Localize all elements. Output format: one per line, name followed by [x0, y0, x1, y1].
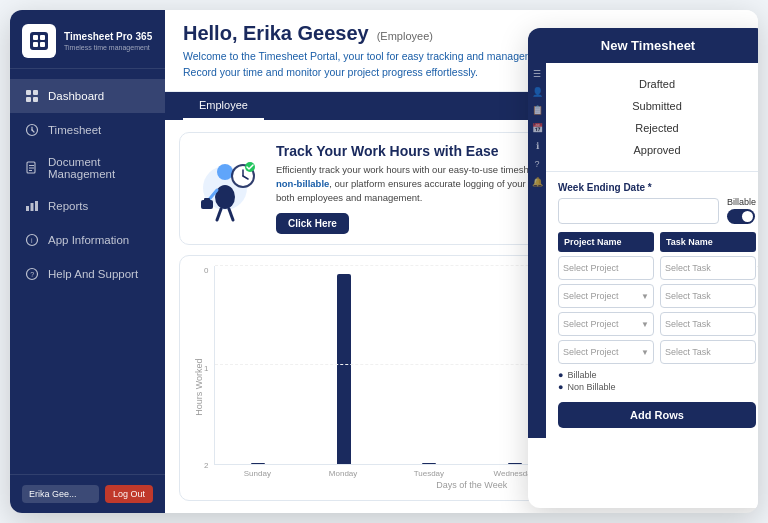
app-logo-icon	[22, 24, 56, 58]
panel-side-icon-5[interactable]: ℹ	[536, 141, 539, 151]
status-approved: Approved	[546, 139, 758, 161]
status-drafted: Drafted	[546, 73, 758, 95]
svg-rect-7	[26, 97, 31, 102]
non-billable-option-label: Non Billable	[567, 382, 615, 392]
week-ending-label: Week Ending Date *	[558, 182, 756, 193]
x-label-sunday: Sunday	[214, 469, 300, 478]
svg-rect-32	[201, 200, 213, 209]
select-project-2[interactable]: Select Project ▼	[558, 284, 654, 308]
info-icon: i	[24, 232, 40, 248]
sidebar-item-dashboard[interactable]: Dashboard	[10, 79, 165, 113]
select-task-4[interactable]: Select Task	[660, 340, 756, 364]
table-row-1: Select Project ▼ Select Task	[558, 256, 756, 280]
x-label-monday: Monday	[300, 469, 386, 478]
svg-point-25	[215, 185, 235, 209]
sidebar-item-reports[interactable]: Reports	[10, 189, 165, 223]
header-greeting: Hello, Erika Geesey	[183, 22, 369, 45]
svg-rect-4	[40, 42, 45, 47]
table-row-2: Select Project ▼ Select Task	[558, 284, 756, 308]
billable-option: ● Billable	[558, 370, 756, 380]
bar-group-tuesday	[387, 270, 473, 464]
y-axis-title: Hours Worked	[194, 266, 204, 490]
sidebar-footer: Erika Gee... Log Out	[10, 474, 165, 513]
grid-icon	[24, 88, 40, 104]
billable-option-label: Billable	[567, 370, 596, 380]
promo-cta-button[interactable]: Click Here	[276, 213, 349, 234]
tab-employee[interactable]: Employee	[183, 92, 264, 120]
logout-button[interactable]: Log Out	[105, 485, 153, 503]
bar-monday	[337, 274, 351, 464]
svg-rect-0	[30, 32, 48, 50]
app-name: Timesheet Pro 365	[64, 31, 152, 43]
svg-rect-1	[33, 35, 38, 40]
panel-side-icon-7[interactable]: 🔔	[532, 177, 543, 187]
svg-rect-8	[33, 97, 38, 102]
svg-rect-2	[40, 35, 45, 40]
panel-side-icon-3[interactable]: 📋	[532, 105, 543, 115]
y-label-1: 1	[204, 364, 208, 373]
bar-group-sunday	[215, 270, 301, 464]
select-task-1-text: Select Task	[665, 263, 711, 273]
clock-icon	[24, 122, 40, 138]
svg-rect-3	[33, 42, 38, 47]
y-label-0: 0	[204, 266, 208, 275]
sidebar-item-appinfo-label: App Information	[48, 234, 129, 246]
svg-line-11	[32, 130, 34, 132]
panel-side-icon-6[interactable]: ?	[534, 159, 539, 169]
panel-side-icon-1[interactable]: ☰	[533, 69, 541, 79]
sidebar-item-app-info[interactable]: i App Information	[10, 223, 165, 257]
select-project-1[interactable]: Select Project ▼	[558, 256, 654, 280]
sidebar-logo: Timesheet Pro 365 Timeless time manageme…	[10, 10, 165, 69]
billable-toggle[interactable]	[727, 209, 755, 224]
sidebar-item-document-label: Document Management	[48, 156, 151, 180]
table-row-3: Select Project ▼ Select Task	[558, 312, 756, 336]
sidebar-nav: Dashboard Timesheet Document Management …	[10, 69, 165, 474]
sidebar-item-reports-label: Reports	[48, 200, 88, 212]
document-icon	[24, 160, 40, 176]
week-ending-row: Billable	[558, 197, 756, 224]
billable-options: ● Billable ● Non Billable	[558, 370, 756, 392]
col-header-project: Project Name	[558, 232, 654, 252]
status-list: Drafted Submitted Rejected Approved	[546, 63, 758, 172]
user-badge: Erika Gee...	[22, 485, 99, 503]
svg-line-35	[229, 209, 233, 220]
new-timesheet-panel: New Timesheet ☰ 👤 📋 📅 ℹ ? 🔔 Drafted Subm…	[528, 28, 758, 508]
table-header-row: Project Name Task Name	[558, 232, 756, 252]
non-billable-option: ● Non Billable	[558, 382, 756, 392]
billable-toggle-label: Billable	[727, 197, 756, 207]
chart-icon	[24, 198, 40, 214]
x-label-tuesday: Tuesday	[386, 469, 472, 478]
sidebar-item-document-management[interactable]: Document Management	[10, 147, 165, 189]
panel-header: New Timesheet	[528, 28, 758, 63]
svg-rect-6	[33, 90, 38, 95]
svg-rect-17	[31, 203, 34, 211]
sidebar-item-timesheet-label: Timesheet	[48, 124, 101, 136]
svg-text:?: ?	[30, 271, 34, 278]
app-container: Timesheet Pro 365 Timeless time manageme…	[10, 10, 758, 513]
svg-rect-5	[26, 90, 31, 95]
panel-side-icon-2[interactable]: 👤	[532, 87, 543, 97]
panel-body: Week Ending Date * Billable	[546, 172, 758, 438]
bar-wednesday	[508, 463, 522, 464]
svg-rect-16	[26, 206, 29, 211]
select-task-3[interactable]: Select Task	[660, 312, 756, 336]
table-row-4: Select Project ▼ Select Task	[558, 340, 756, 364]
select-task-2[interactable]: Select Task	[660, 284, 756, 308]
week-ending-input[interactable]	[558, 198, 719, 224]
billable-bullet: ●	[558, 370, 563, 380]
svg-line-34	[217, 209, 221, 220]
header-role: (Employee)	[377, 30, 433, 42]
sidebar-item-help-label: Help And Support	[48, 268, 138, 280]
panel-side-icon-4[interactable]: 📅	[532, 123, 543, 133]
toggle-knob	[742, 211, 753, 222]
select-project-4[interactable]: Select Project ▼	[558, 340, 654, 364]
add-rows-button[interactable]: Add Rows	[558, 402, 756, 428]
svg-text:i: i	[31, 237, 33, 244]
select-task-1[interactable]: Select Task	[660, 256, 756, 280]
bar-group-monday	[301, 270, 387, 464]
sidebar-item-help[interactable]: ? Help And Support	[10, 257, 165, 291]
select-project-3[interactable]: Select Project ▼	[558, 312, 654, 336]
sidebar-item-timesheet[interactable]: Timesheet	[10, 113, 165, 147]
select-project-1-text: Select Project	[563, 263, 619, 273]
svg-rect-33	[204, 198, 210, 201]
